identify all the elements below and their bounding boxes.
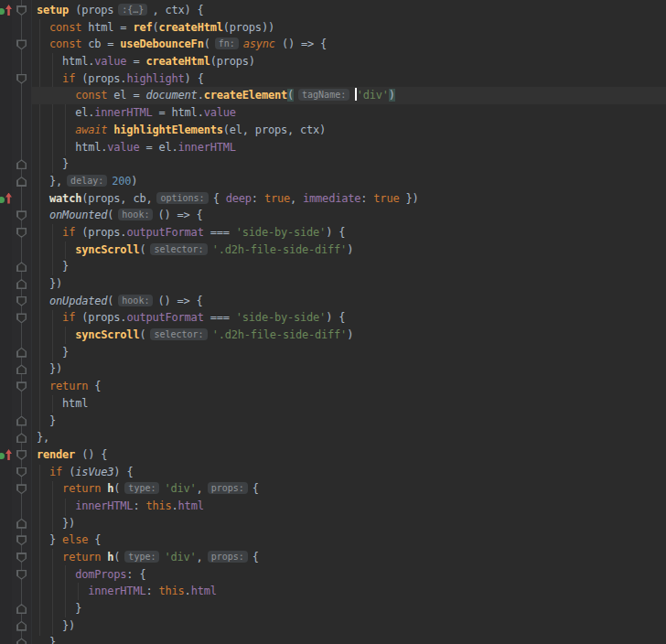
code-area[interactable]: setup (props:{…}, ctx) { const html = re… bbox=[0, 2, 666, 644]
code-token: html. bbox=[37, 55, 94, 68]
code-line[interactable]: } bbox=[0, 344, 666, 361]
code-line[interactable]: } bbox=[0, 156, 666, 173]
gutter-method-marker-icon[interactable] bbox=[0, 449, 11, 461]
code-token: ) bbox=[347, 243, 353, 256]
code-token: const bbox=[49, 38, 81, 50]
code-line[interactable]: },delay:200) bbox=[0, 173, 666, 190]
fold-region-end-icon[interactable] bbox=[16, 416, 27, 426]
code-token: highlightElements bbox=[113, 123, 222, 136]
code-text: if (props.outputFormat === 'side-by-side… bbox=[37, 224, 345, 242]
code-token: ref bbox=[133, 21, 152, 34]
fold-region-end-icon[interactable] bbox=[16, 604, 27, 614]
code-token: await bbox=[75, 123, 107, 136]
code-line[interactable]: } bbox=[0, 600, 666, 617]
code-token: (el, props, ctx) bbox=[223, 123, 326, 136]
fold-region-start-icon[interactable] bbox=[16, 450, 27, 460]
fold-region-end-icon[interactable] bbox=[16, 262, 27, 272]
fold-region-start-icon[interactable] bbox=[16, 74, 27, 84]
code-line[interactable]: }) bbox=[0, 275, 666, 293]
code-token: return bbox=[62, 551, 101, 564]
code-line[interactable]: el.innerHTML = html.value bbox=[0, 104, 666, 122]
fold-region-start-icon[interactable] bbox=[16, 535, 27, 545]
code-token: createElement bbox=[204, 89, 287, 102]
code-line[interactable]: }) bbox=[0, 515, 666, 532]
code-line[interactable]: } bbox=[0, 634, 666, 644]
code-line[interactable]: } bbox=[0, 258, 666, 275]
fold-region-start-icon[interactable] bbox=[16, 228, 27, 238]
code-line[interactable]: onMounted(hook:() => { bbox=[0, 207, 666, 224]
code-editor[interactable]: setup (props:{…}, ctx) { const html = re… bbox=[0, 0, 666, 644]
code-line[interactable]: onUpdated(hook:() => { bbox=[0, 293, 666, 310]
code-line[interactable]: } else { bbox=[0, 531, 666, 549]
parameter-hint-chip: selector: bbox=[150, 328, 207, 340]
code-line[interactable]: if (isVue3) { bbox=[0, 464, 666, 481]
code-line[interactable]: innerHTML: this.html bbox=[0, 498, 666, 515]
parameter-hint-chip: tagName: bbox=[298, 89, 349, 101]
code-line[interactable]: if (props.highlight) { bbox=[0, 70, 666, 88]
fold-region-end-icon[interactable] bbox=[16, 177, 27, 187]
code-line[interactable]: render () { bbox=[0, 446, 666, 464]
code-line[interactable]: syncScroll(selector:'.d2h-file-side-diff… bbox=[0, 242, 666, 259]
fold-region-start-icon[interactable] bbox=[16, 296, 27, 306]
code-line[interactable]: return { bbox=[0, 378, 666, 395]
parameter-hint-chip: delay: bbox=[67, 175, 107, 187]
parameter-hint-chip: hook: bbox=[118, 209, 153, 220]
fold-region-end-icon[interactable] bbox=[16, 159, 27, 169]
code-text: watch(props, cb,options:{ deep: true, im… bbox=[37, 190, 419, 208]
code-line[interactable]: innerHTML: this.html bbox=[0, 583, 666, 600]
code-text: domProps: { bbox=[37, 566, 145, 584]
fold-region-start-icon[interactable] bbox=[16, 484, 27, 494]
code-token bbox=[37, 209, 49, 221]
gutter-method-marker-icon[interactable] bbox=[0, 5, 11, 16]
code-text: },delay:200) bbox=[37, 173, 137, 190]
fold-region-end-icon[interactable] bbox=[16, 433, 27, 443]
fold-region-end-icon[interactable] bbox=[16, 621, 27, 631]
code-line[interactable]: html bbox=[0, 395, 666, 413]
fold-region-end-icon[interactable] bbox=[16, 519, 27, 529]
code-line[interactable]: if (props.outputFormat === 'side-by-side… bbox=[0, 309, 666, 327]
code-token: el. bbox=[37, 106, 94, 119]
fold-region-start-icon[interactable] bbox=[16, 381, 27, 392]
code-line[interactable]: return h(type:'div',props:{ bbox=[0, 549, 666, 566]
code-token: . bbox=[172, 499, 178, 512]
fold-region-end-icon[interactable] bbox=[16, 364, 27, 374]
code-line[interactable]: }, bbox=[0, 429, 666, 446]
code-token: }) bbox=[37, 619, 75, 632]
code-text: }, bbox=[37, 429, 49, 446]
code-line[interactable]: } bbox=[0, 413, 666, 430]
code-line[interactable]: return h(type:'div',props:{ bbox=[0, 480, 666, 498]
fold-region-end-icon[interactable] bbox=[16, 638, 27, 644]
code-token: } bbox=[37, 602, 81, 615]
code-line[interactable]: const html = ref(createHtml(props)) bbox=[0, 19, 666, 37]
code-token: const bbox=[75, 89, 107, 102]
code-token: (props. bbox=[75, 72, 126, 85]
parameter-hint-chip: :{…} bbox=[118, 4, 147, 16]
code-token: () => { bbox=[157, 295, 202, 307]
code-line[interactable]: if (props.outputFormat === 'side-by-side… bbox=[0, 224, 666, 242]
code-line[interactable]: const el = document.createElement(tagNam… bbox=[0, 87, 666, 104]
code-line[interactable]: watch(props, cb,options:{ deep: true, im… bbox=[0, 190, 666, 208]
gutter-method-marker-icon[interactable] bbox=[0, 193, 11, 205]
code-text: await highlightElements(el, props, ctx) bbox=[37, 122, 326, 139]
code-line[interactable]: domProps: { bbox=[0, 566, 666, 584]
code-line[interactable]: html.value = el.innerHTML bbox=[0, 139, 666, 156]
code-line[interactable]: setup (props:{…}, ctx) { bbox=[0, 2, 666, 19]
fold-region-start-icon[interactable] bbox=[16, 570, 27, 580]
fold-region-start-icon[interactable] bbox=[16, 467, 27, 478]
code-line[interactable]: syncScroll(selector:'.d2h-file-side-diff… bbox=[0, 327, 666, 344]
code-line[interactable]: const cb = useDebounceFn(fn:async () => … bbox=[0, 36, 666, 53]
code-line[interactable]: }) bbox=[0, 617, 666, 635]
code-line[interactable]: }) bbox=[0, 360, 666, 378]
fold-region-start-icon[interactable] bbox=[16, 553, 27, 563]
code-line[interactable]: html.value = createHtml(props) bbox=[0, 53, 666, 70]
fold-region-start-icon[interactable] bbox=[16, 39, 27, 49]
fold-region-end-icon[interactable] bbox=[16, 348, 27, 358]
code-token: (props. bbox=[75, 226, 126, 239]
code-text: } bbox=[37, 344, 69, 361]
fold-region-end-icon[interactable] bbox=[16, 279, 27, 289]
code-token: ) { bbox=[326, 226, 345, 239]
fold-region-start-icon[interactable] bbox=[16, 5, 27, 16]
code-line[interactable]: await highlightElements(el, props, ctx) bbox=[0, 122, 666, 139]
fold-region-start-icon[interactable] bbox=[16, 210, 27, 220]
fold-region-start-icon[interactable] bbox=[16, 313, 27, 323]
